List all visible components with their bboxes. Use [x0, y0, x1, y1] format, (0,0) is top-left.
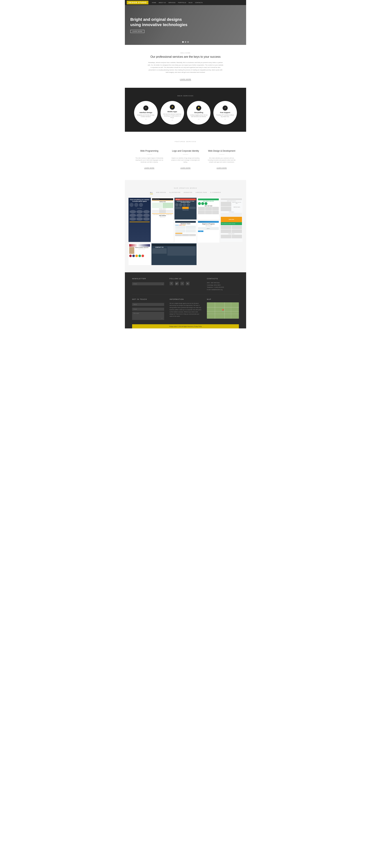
newsletter-title: NEWSLETTER [132, 278, 164, 280]
featured-web-learn-link[interactable]: LEARN MORE [144, 167, 154, 169]
hero-dots [182, 41, 189, 43]
map-title: MAP [207, 299, 239, 300]
featured-divider-1 [147, 154, 152, 155]
navbar: DESIGN STUDIO HOME ABOUT US SERVICES POR… [125, 0, 246, 5]
featured-divider-3 [219, 154, 224, 155]
featured-card-web-programming: Web Programming This often involves a hi… [133, 148, 165, 171]
newsletter-email-input[interactable] [132, 282, 164, 285]
welcome-learn-more-link[interactable]: LEARN MORE [180, 79, 191, 81]
featured-logo-title: Logo and Corporate Identity [171, 150, 200, 153]
nav-contacts[interactable]: CONTACTS [195, 2, 203, 3]
creative-label: OUR CREATIVE WORKS [128, 187, 243, 189]
contacts-title: CONTACTS [207, 278, 239, 280]
portfolio-item-space[interactable]: Find everything you wanted to know about… [128, 198, 151, 242]
follow-title: FOLLOW US [169, 278, 202, 280]
service-mobile-title: Mobile Apps [167, 111, 177, 113]
featured-webdev-learn-link[interactable]: LEARN MORE [217, 167, 227, 169]
services-grid: ✏ Interface Design Designing user-friend… [128, 101, 243, 124]
service-storytelling-more[interactable]: ••• [198, 118, 199, 120]
service-card-mobile[interactable]: ⚡ Mobile Apps We have the extensive expe… [160, 101, 184, 124]
footer-bottom: GET IN TOUCH → INFORMATION We are a digi… [132, 294, 239, 321]
welcome-title: Our professional services are the keys t… [136, 55, 235, 58]
welcome-section: WELCOME Our professional services are th… [125, 45, 246, 88]
map-road-v3 [231, 302, 231, 319]
featured-logo-text: Explore our selection of logo design and… [171, 157, 200, 163]
newsletter-send-icon: → [161, 283, 163, 285]
portfolio-item-dingedge[interactable]: DING EDGE SUPERIOR SOLUTIONS TO YOUR BUS… [175, 198, 197, 219]
service-card-support[interactable]: ↗ Free Support Providing 24/7 assistance… [213, 101, 237, 124]
featured-card-logo: Logo and Corporate Identity Explore our … [169, 148, 202, 171]
copyright-text: Design studio © 2018 All Rights Reserved… [169, 326, 202, 327]
welcome-text: Nowadays, almost everyone has a website.… [148, 61, 223, 74]
service-support-more[interactable]: ••• [224, 118, 226, 120]
portfolio-placeholder-1 [197, 243, 219, 265]
footer-map: MAP 📍 [207, 299, 239, 321]
featured-grid: Web Programming This often involves a hi… [132, 148, 239, 171]
tab-animation[interactable]: ANIMATION [184, 192, 192, 194]
service-card-interface[interactable]: ✏ Interface Design Designing user-friend… [134, 101, 158, 124]
portfolio-item-political[interactable]: Political Candidate's Biography Importan… [128, 243, 151, 265]
social-linkedin[interactable]: in [186, 282, 189, 285]
social-google[interactable]: g+ [175, 282, 179, 285]
nav-portfolio[interactable]: PORTFOLIO [178, 2, 186, 3]
support-icon: ↗ [223, 105, 228, 111]
services-section: MAIN SERVICES ✏ Interface Design Designi… [125, 88, 246, 132]
hero-section: Bright and original designs using innova… [125, 5, 246, 45]
hero-dot-2[interactable] [185, 41, 186, 43]
portfolio-item-blog[interactable]: LATEST FROM THE BLOG Article title goes … [220, 198, 243, 242]
interface-icon: ✏ [143, 105, 148, 111]
service-interface-more[interactable]: ••• [145, 118, 147, 120]
nav-blog[interactable]: BLOG [189, 2, 192, 3]
map-container[interactable]: 📍 [207, 302, 239, 319]
tab-web-design[interactable]: WEB DESIGN [156, 192, 166, 194]
information-text: We are a digital design agency and we ar… [169, 302, 202, 317]
footer-top: NEWSLETTER → FOLLOW US f g+ t in CONTACT… [132, 278, 239, 291]
storytelling-icon: 💡 [196, 105, 201, 111]
service-storytelling-desc: Creating engaging stories that are both … [189, 114, 208, 118]
tab-ecommerce[interactable]: E-COMMERCE [210, 192, 221, 194]
portfolio-item-contact-us[interactable]: CONTACT US [152, 243, 197, 265]
footer: NEWSLETTER → FOLLOW US f g+ t in CONTACT… [125, 272, 246, 328]
service-mobile-desc: We have the extensive experience of work… [163, 113, 182, 119]
featured-card-webdev: Web Design & Development We create websi… [206, 148, 238, 171]
hero-learn-more-button[interactable]: LEARN MORE [130, 30, 145, 33]
nav-home[interactable]: HOME [152, 2, 156, 3]
map-road-h3 [207, 314, 239, 314]
portfolio-item-business[interactable]: Business Cases [175, 220, 197, 243]
nav-about[interactable]: ABOUT US [159, 2, 166, 3]
portfolio-grid: Find everything you wanted to know about… [128, 198, 243, 243]
footer-get-in-touch: GET IN TOUCH → [132, 299, 164, 321]
services-label: MAIN SERVICES [128, 95, 243, 97]
tab-landing[interactable]: LANDING PAGE [195, 192, 207, 194]
tab-illustration[interactable]: ILLUSTRATION [169, 192, 180, 194]
hero-dot-3[interactable] [187, 41, 189, 43]
hero-dot-1[interactable] [182, 41, 184, 43]
get-in-touch-title: GET IN TOUCH [132, 299, 164, 300]
contact-name-input[interactable] [132, 303, 164, 306]
featured-webdev-text: We create websites your customers will l… [207, 157, 236, 163]
contact-message-input[interactable] [132, 312, 164, 320]
tab-all[interactable]: ALL [150, 192, 153, 194]
footer-contacts: CONTACTS 9643 - 3687 660 Road Cambridge,… [207, 278, 239, 291]
featured-webdev-title: Web Design & Development [207, 150, 236, 153]
contact-email-input[interactable] [132, 308, 164, 311]
creative-tabs: ALL WEB DESIGN ILLUSTRATION ANIMATION LA… [128, 192, 243, 194]
social-facebook[interactable]: f [169, 282, 173, 285]
portfolio-item-sports[interactable]: Sport & Fitness Store NEWSLETTER WOMEN A… [152, 198, 174, 242]
portfolio-item-degrees[interactable]: Degrees & Programs Sed in lacus ut searc… [197, 220, 219, 243]
featured-logo-learn-link[interactable]: LEARN MORE [180, 167, 191, 169]
portfolio-item-welcome[interactable]: WELCOME TO OUR SITE MEET OUR TEAM [197, 198, 219, 219]
featured-web-title: Web Programming [135, 150, 164, 153]
social-twitter[interactable]: t [180, 282, 184, 285]
footer-newsletter: NEWSLETTER → [132, 278, 164, 291]
service-card-storytelling[interactable]: 💡 Storytelling Creating engaging stories… [187, 101, 211, 124]
featured-divider-2 [183, 154, 188, 155]
portfolio-row-3: Political Candidate's Biography Importan… [128, 243, 243, 265]
nav-links: HOME ABOUT US SERVICES PORTFOLIO BLOG CO… [152, 2, 203, 3]
service-interface-desc: Designing user-friendly and easy-to-foll… [136, 114, 155, 118]
hero-content: Bright and original designs using innova… [130, 17, 188, 33]
nav-services[interactable]: SERVICES [168, 2, 175, 3]
service-mobile-more[interactable]: ••• [172, 119, 173, 121]
information-title: INFORMATION [169, 299, 202, 300]
brand-logo[interactable]: DESIGN STUDIO [127, 1, 148, 4]
